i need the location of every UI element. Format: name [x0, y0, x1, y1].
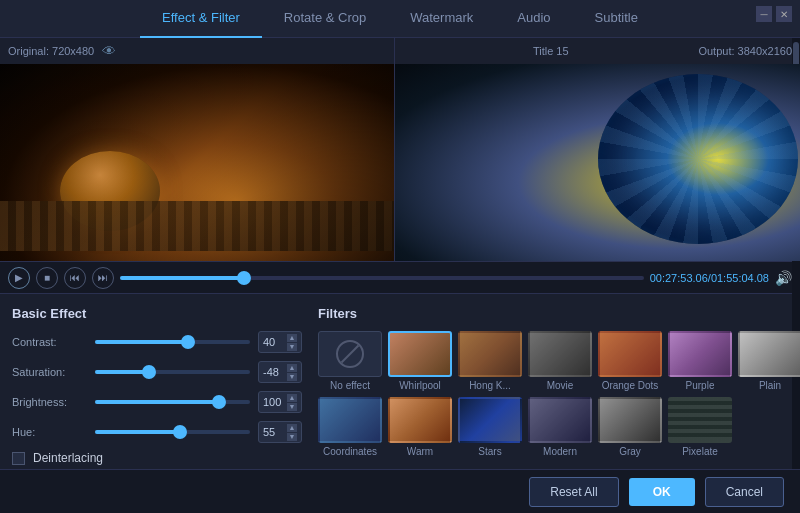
saturation-row: Saturation: -48 ▲ ▼ — [12, 361, 302, 383]
volume-icon[interactable]: 🔊 — [775, 270, 792, 286]
filter-movie[interactable]: Movie — [528, 331, 592, 391]
filter-pixelate-label: Pixelate — [682, 446, 718, 457]
brightness-label: Brightness: — [12, 396, 87, 408]
contrast-slider[interactable] — [95, 340, 250, 344]
deinterlace-label: Deinterlacing — [33, 451, 103, 465]
filter-purple-label: Purple — [686, 380, 715, 391]
deinterlace-row: Deinterlacing — [12, 451, 302, 465]
prev-button[interactable]: ⏮ — [64, 267, 86, 289]
filter-movie-label: Movie — [547, 380, 574, 391]
saturation-label: Saturation: — [12, 366, 87, 378]
title-bar: ─ ✕ — [748, 0, 800, 28]
filter-whirlpool-label: Whirlpool — [399, 380, 441, 391]
eye-icon: 👁 — [102, 43, 116, 59]
filter-stars[interactable]: Stars — [458, 397, 522, 457]
contrast-value-box[interactable]: 40 ▲ ▼ — [258, 331, 302, 353]
tab-audio[interactable]: Audio — [495, 0, 572, 38]
video-area: Original: 720x480 👁 Title 15 Output: 384… — [0, 38, 800, 262]
tab-rotate-crop[interactable]: Rotate & Crop — [262, 0, 388, 38]
minimize-button[interactable]: ─ — [756, 6, 772, 22]
original-info: Original: 720x480 — [8, 45, 94, 57]
filter-orangedots[interactable]: Orange Dots — [598, 331, 662, 391]
filter-coordinates[interactable]: Coordinates — [318, 397, 382, 457]
filter-coordinates-label: Coordinates — [323, 446, 377, 457]
filter-warm-label: Warm — [407, 446, 433, 457]
filter-plain[interactable]: Plain — [738, 331, 800, 391]
saturation-slider[interactable] — [95, 370, 250, 374]
filters-title: Filters — [318, 306, 800, 321]
cancel-button[interactable]: Cancel — [705, 477, 784, 507]
progress-thumb[interactable] — [237, 271, 251, 285]
hue-up[interactable]: ▲ — [287, 424, 297, 432]
tab-subtitle[interactable]: Subtitle — [573, 0, 660, 38]
video-right-header: Title 15 Output: 3840x2160 — [395, 38, 800, 64]
time-display: 00:27:53.06/01:55:04.08 — [650, 272, 769, 284]
contrast-up[interactable]: ▲ — [287, 334, 297, 342]
video-left-preview — [0, 64, 394, 261]
filter-plain-label: Plain — [759, 380, 781, 391]
play-button[interactable]: ▶ — [8, 267, 30, 289]
playback-controls: ▶ ■ ⏮ ⏭ 00:27:53.06/01:55:04.08 🔊 — [0, 262, 800, 294]
effect-panel-title: Basic Effect — [12, 306, 302, 321]
hue-row: Hue: 55 ▲ ▼ — [12, 421, 302, 443]
filter-warm[interactable]: Warm — [388, 397, 452, 457]
video-left-header: Original: 720x480 👁 — [0, 38, 394, 64]
filter-gray-label: Gray — [619, 446, 641, 457]
progress-fill — [120, 276, 244, 280]
filter-hongkong[interactable]: Hong K... — [458, 331, 522, 391]
close-button[interactable]: ✕ — [776, 6, 792, 22]
hue-down[interactable]: ▼ — [287, 433, 297, 441]
brightness-row: Brightness: 100 ▲ ▼ — [12, 391, 302, 413]
filter-stars-label: Stars — [478, 446, 501, 457]
filter-orangedots-label: Orange Dots — [602, 380, 659, 391]
reset-all-button[interactable]: Reset All — [529, 477, 618, 507]
output-info: Output: 3840x2160 — [698, 45, 792, 57]
brightness-value-box[interactable]: 100 ▲ ▼ — [258, 391, 302, 413]
contrast-label: Contrast: — [12, 336, 87, 348]
filter-modern-label: Modern — [543, 446, 577, 457]
filters-grid: No effect Whirlpool Hong K... Movie — [318, 331, 800, 457]
stop-button[interactable]: ■ — [36, 267, 58, 289]
ok-button[interactable]: OK — [629, 478, 695, 506]
saturation-value-box[interactable]: -48 ▲ ▼ — [258, 361, 302, 383]
main-content: Original: 720x480 👁 Title 15 Output: 384… — [0, 38, 800, 513]
filter-pixelate[interactable]: Pixelate — [668, 397, 732, 457]
tab-watermark[interactable]: Watermark — [388, 0, 495, 38]
next-button[interactable]: ⏭ — [92, 267, 114, 289]
filter-hongkong-label: Hong K... — [469, 380, 511, 391]
saturation-down[interactable]: ▼ — [287, 373, 297, 381]
video-left-panel: Original: 720x480 👁 — [0, 38, 395, 261]
filter-modern[interactable]: Modern — [528, 397, 592, 457]
filter-whirlpool[interactable]: Whirlpool — [388, 331, 452, 391]
filter-no-effect-label: No effect — [330, 380, 370, 391]
tab-effect-filter[interactable]: Effect & Filter — [140, 0, 262, 38]
filter-no-effect[interactable]: No effect — [318, 331, 382, 391]
contrast-row: Contrast: 40 ▲ ▼ — [12, 331, 302, 353]
video-right-panel: Title 15 Output: 3840x2160 — [395, 38, 800, 261]
brightness-up[interactable]: ▲ — [287, 394, 297, 402]
video-right-preview — [395, 64, 800, 261]
hue-label: Hue: — [12, 426, 87, 438]
tab-bar: Effect & Filter Rotate & Crop Watermark … — [0, 0, 800, 38]
hue-value-box[interactable]: 55 ▲ ▼ — [258, 421, 302, 443]
deinterlace-checkbox[interactable] — [12, 452, 25, 465]
hue-slider[interactable] — [95, 430, 250, 434]
filter-purple[interactable]: Purple — [668, 331, 732, 391]
bottom-bar: Reset All OK Cancel — [0, 469, 800, 513]
progress-bar[interactable] — [120, 276, 644, 280]
filter-gray[interactable]: Gray — [598, 397, 662, 457]
video-title: Title 15 — [533, 45, 569, 57]
brightness-slider[interactable] — [95, 400, 250, 404]
brightness-down[interactable]: ▼ — [287, 403, 297, 411]
contrast-down[interactable]: ▼ — [287, 343, 297, 351]
saturation-up[interactable]: ▲ — [287, 364, 297, 372]
